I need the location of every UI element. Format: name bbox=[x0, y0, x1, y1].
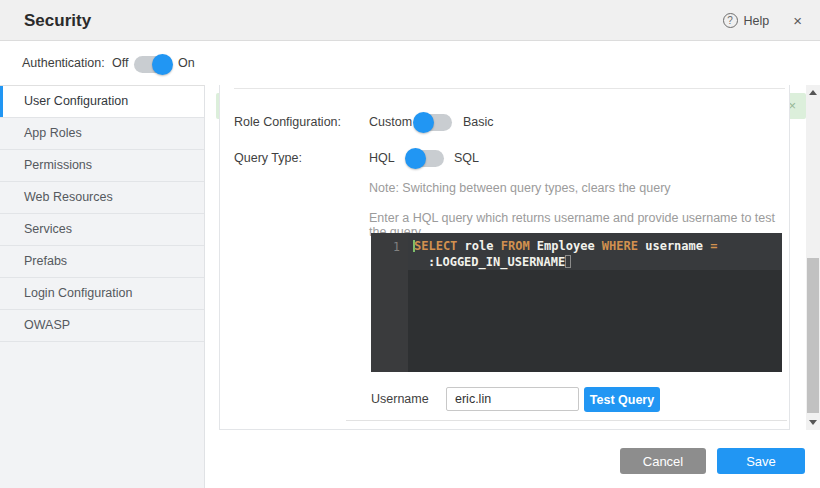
scrollbar-thumb[interactable] bbox=[807, 258, 819, 413]
query-code: SELECT role FROM Employee WHERE username… bbox=[413, 238, 778, 270]
auth-on-label: On bbox=[178, 56, 195, 70]
dialog-footer: Cancel Save bbox=[206, 431, 820, 488]
sidebar-item-web-resources[interactable]: Web Resources bbox=[0, 182, 204, 214]
security-dialog: Security ? Help × Authentication: Off On… bbox=[0, 0, 820, 488]
settings-sidebar: User Configuration App Roles Permissions… bbox=[0, 85, 205, 488]
authentication-label: Authentication: bbox=[22, 56, 105, 70]
help-label: Help bbox=[744, 14, 770, 28]
divider bbox=[346, 420, 787, 421]
code-line-1: SELECT role FROM Employee WHERE username… bbox=[413, 238, 778, 254]
sidebar-item-login-configuration[interactable]: Login Configuration bbox=[0, 278, 204, 310]
dialog-header: Security ? Help × bbox=[0, 0, 820, 41]
sidebar-item-services[interactable]: Services bbox=[0, 214, 204, 246]
username-input[interactable] bbox=[446, 387, 579, 411]
sidebar-item-app-roles[interactable]: App Roles bbox=[0, 118, 204, 150]
authentication-bar: Authentication: Off On ✓ Tested query su… bbox=[0, 41, 820, 85]
user-configuration-panel: Role Configuration: Custom Basic Query T… bbox=[219, 85, 790, 430]
scroll-up-icon[interactable] bbox=[809, 90, 817, 95]
auth-off-label: Off bbox=[112, 56, 128, 70]
query-hql-label: HQL bbox=[369, 151, 395, 165]
query-switch-note: Note: Switching between query types, cle… bbox=[369, 181, 671, 195]
sidebar-item-user-configuration[interactable]: User Configuration bbox=[0, 86, 204, 118]
sidebar-item-permissions[interactable]: Permissions bbox=[0, 150, 204, 182]
test-query-button[interactable]: Test Query bbox=[584, 387, 660, 412]
toggle-knob bbox=[413, 112, 434, 133]
code-line-1-wrapped: :LOGGED_IN_USERNAME bbox=[413, 254, 778, 270]
query-sql-label: SQL bbox=[454, 151, 479, 165]
cancel-button[interactable]: Cancel bbox=[620, 448, 706, 474]
role-basic-label: Basic bbox=[463, 115, 494, 129]
toggle-knob bbox=[152, 54, 173, 75]
scroll-down-icon[interactable] bbox=[809, 420, 817, 425]
query-type-toggle[interactable] bbox=[407, 150, 444, 167]
divider bbox=[234, 88, 785, 89]
vertical-scrollbar[interactable] bbox=[806, 85, 820, 430]
role-custom-label: Custom bbox=[369, 115, 412, 129]
role-configuration-label: Role Configuration: bbox=[234, 115, 341, 129]
help-icon: ? bbox=[723, 13, 738, 28]
page-title: Security bbox=[24, 11, 91, 31]
username-label: Username bbox=[371, 392, 429, 406]
query-type-label: Query Type: bbox=[234, 151, 302, 165]
authentication-toggle[interactable] bbox=[134, 56, 171, 73]
sidebar-item-owasp[interactable]: OWASP bbox=[0, 310, 204, 342]
close-icon[interactable]: × bbox=[793, 12, 802, 29]
editor-gutter: 1 bbox=[371, 233, 408, 372]
line-number: 1 bbox=[393, 239, 400, 255]
help-button[interactable]: ? Help bbox=[723, 13, 770, 28]
save-button[interactable]: Save bbox=[717, 448, 805, 474]
toggle-knob bbox=[405, 148, 426, 169]
sidebar-item-prefabs[interactable]: Prefabs bbox=[0, 246, 204, 278]
role-configuration-toggle[interactable] bbox=[415, 114, 452, 131]
text-cursor bbox=[565, 255, 571, 268]
hql-query-editor[interactable]: 1 SELECT role FROM Employee WHERE userna… bbox=[371, 233, 782, 372]
